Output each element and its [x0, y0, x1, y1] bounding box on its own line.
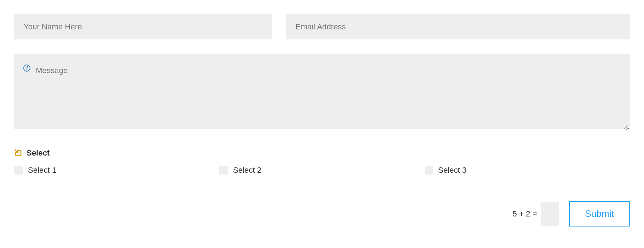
select-block: Select Select 1 Select 2 Select 3: [14, 148, 630, 175]
captcha-question: 5 + 2 =: [513, 209, 537, 219]
name-input[interactable]: [14, 14, 272, 39]
option-1[interactable]: Select 1: [14, 166, 219, 175]
option-2-label: Select 2: [233, 166, 262, 175]
top-row: [14, 14, 630, 39]
option-3[interactable]: Select 3: [425, 166, 630, 175]
option-1-label: Select 1: [28, 166, 57, 175]
contact-form: ? Select Select 1 Select 2 Select 3: [0, 0, 644, 248]
select-header: Select: [14, 148, 630, 158]
arrow-into-box-icon: [14, 149, 22, 157]
message-wrap: ?: [14, 54, 630, 130]
options-row: Select 1 Select 2 Select 3: [14, 166, 630, 175]
option-3-label: Select 3: [438, 166, 467, 175]
form-footer: 5 + 2 = Submit: [513, 201, 630, 226]
select-title: Select: [26, 148, 50, 158]
captcha: 5 + 2 =: [513, 202, 560, 226]
captcha-input[interactable]: [541, 202, 559, 226]
checkbox-2[interactable]: [219, 166, 228, 175]
option-2[interactable]: Select 2: [219, 166, 424, 175]
submit-button[interactable]: Submit: [569, 201, 630, 226]
message-textarea[interactable]: [14, 54, 630, 129]
checkbox-1[interactable]: [14, 166, 23, 175]
checkbox-3[interactable]: [425, 166, 433, 175]
email-input[interactable]: [286, 14, 630, 39]
